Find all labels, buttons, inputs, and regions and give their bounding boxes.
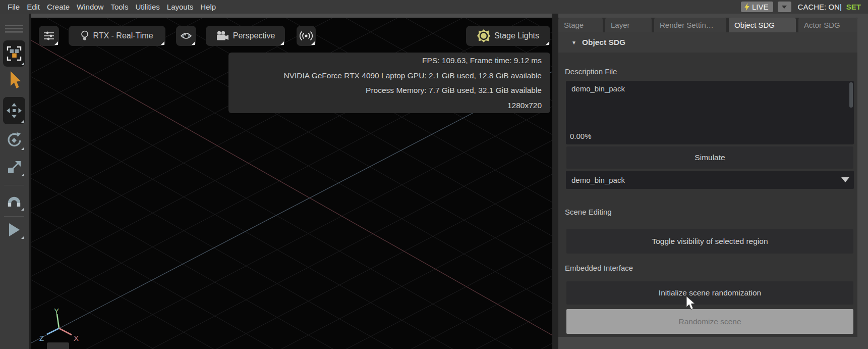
toolbar-separator [4,216,24,217]
initialize-randomization-button[interactable]: Initialize scene randomization [566,281,853,305]
scale-tool-button[interactable] [3,158,25,178]
scene-dropdown[interactable]: demo_bin_pack [566,171,854,189]
toolbar-drag-handle[interactable] [0,24,28,33]
stage-lights-label: Stage Lights [494,31,539,40]
camera-icon [216,31,229,41]
object-sdg-section-header[interactable]: ▼ Object SDG [558,32,857,53]
tab-object-sdg[interactable]: Object SDG [729,18,796,32]
cache-status: CACHE: ON| [798,3,842,11]
menu-create[interactable]: Create [43,3,73,11]
tab-render-settings[interactable]: Render Settin… [654,18,726,32]
play-icon [8,223,21,237]
play-button[interactable] [3,220,25,240]
menu-window[interactable]: Window [73,3,107,11]
section-title: Object SDG [582,38,625,47]
chevron-down-icon [782,6,787,9]
menu-edit[interactable]: Edit [23,3,43,11]
menu-file[interactable]: File [4,3,23,11]
lightbulb-icon [81,30,89,41]
drag-handle-icon [4,24,24,33]
select-tool-button[interactable] [0,71,28,91]
stage-light-icon [477,29,490,42]
move-tool-icon [7,103,22,118]
selection-mode-button[interactable] [3,40,25,67]
tab-layer[interactable]: Layer [605,18,652,32]
select-arrow-icon [8,71,21,91]
camera-label: Perspective [233,31,275,40]
stats-fps: FPS: 109.63, Frame time: 9.12 ms [234,53,542,68]
render-mode-button[interactable]: RTX - Real-Time [69,26,165,46]
live-label: LIVE [752,3,769,11]
right-panel: Stage Layer Render Settin… Object SDG Ac… [558,14,868,349]
pane-splitter[interactable] [552,14,558,349]
broadcast-button[interactable] [297,26,316,46]
collapse-triangle-icon: ▼ [571,40,576,45]
visibility-button[interactable] [176,26,196,46]
pointer-arrow-icon [686,296,697,311]
settings-link[interactable]: SET [846,3,861,11]
menu-bar: File Edit Create Window Tools Utilities … [0,0,868,14]
randomize-scene-button[interactable]: Randomize scene [566,309,853,334]
menu-help[interactable]: Help [197,3,219,11]
description-file-label: Description File [565,67,617,76]
embedded-interface-label: Embedded Interface [565,264,633,272]
stats-gpu: NVIDIA GeForce RTX 4090 Laptop GPU: 2.1 … [234,68,542,83]
menu-layouts[interactable]: Layouts [163,3,197,11]
description-file-progress: 0.00% [570,132,592,140]
axis-y-label: Y [54,307,59,315]
dropdown-caret-icon [841,177,849,182]
snap-tool-button[interactable] [3,192,25,212]
sliders-icon [43,31,54,41]
scene-editing-label: Scene Editing [565,208,612,216]
move-tool-button[interactable] [3,97,25,124]
menubar-status-cluster: LIVE CACHE: ON| SET [741,0,868,14]
stage-lights-button[interactable]: Stage Lights [466,26,550,46]
tab-actor-sdg[interactable]: Actor SDG [798,18,857,32]
axis-x-label: X [74,334,79,342]
viewport-bottom-chip [47,342,69,349]
viewport-stats-overlay: FPS: 109.63, Frame time: 9.12 ms NVIDIA … [228,53,550,113]
toggle-visibility-button[interactable]: Toggle visibility of selected region [566,229,853,254]
rotate-tool-button[interactable] [3,129,25,152]
camera-button[interactable]: Perspective [206,26,285,46]
selection-mode-cubes-icon [6,45,22,62]
stats-resolution: 1280x720 [234,98,542,113]
axis-z-label: Z [39,334,44,342]
tab-stage[interactable]: Stage [558,18,603,32]
viewport-frame-top [31,14,552,18]
stats-memory: Process Memory: 7.7 GiB used, 32.1 GiB a… [234,83,542,98]
viewport-settings-button[interactable] [39,26,59,46]
left-toolbar [0,14,31,349]
menu-tools[interactable]: Tools [107,3,132,11]
viewport-3d[interactable]: Y X Z RTX - Real-Time [31,18,552,349]
eye-icon [180,31,192,40]
broadcast-icon [300,31,313,41]
live-dropdown-button[interactable] [778,2,791,12]
live-button[interactable]: LIVE [741,2,773,12]
field-scrollbar-thumb[interactable] [849,82,853,108]
simulate-button[interactable]: Simulate [566,146,853,169]
toolbar-separator [4,185,24,185]
app-window: File Edit Create Window Tools Utilities … [0,0,868,349]
scale-tool-icon [7,160,22,175]
description-file-value: demo_bin_pack [571,84,625,93]
lightning-bolt-icon [744,3,749,11]
scene-dropdown-value: demo_bin_pack [571,176,625,184]
description-file-input[interactable]: demo_bin_pack 0.00% [566,81,854,144]
panel-tab-bar: Stage Layer Render Settin… Object SDG Ac… [558,18,857,32]
object-sdg-panel: ▼ Object SDG Description File demo_bin_p… [558,32,857,337]
rotate-tool-icon [6,132,23,149]
render-mode-label: RTX - Real-Time [93,31,153,40]
mouse-cursor [686,296,697,313]
magnet-icon [7,194,22,209]
menu-utilities[interactable]: Utilities [132,3,163,11]
